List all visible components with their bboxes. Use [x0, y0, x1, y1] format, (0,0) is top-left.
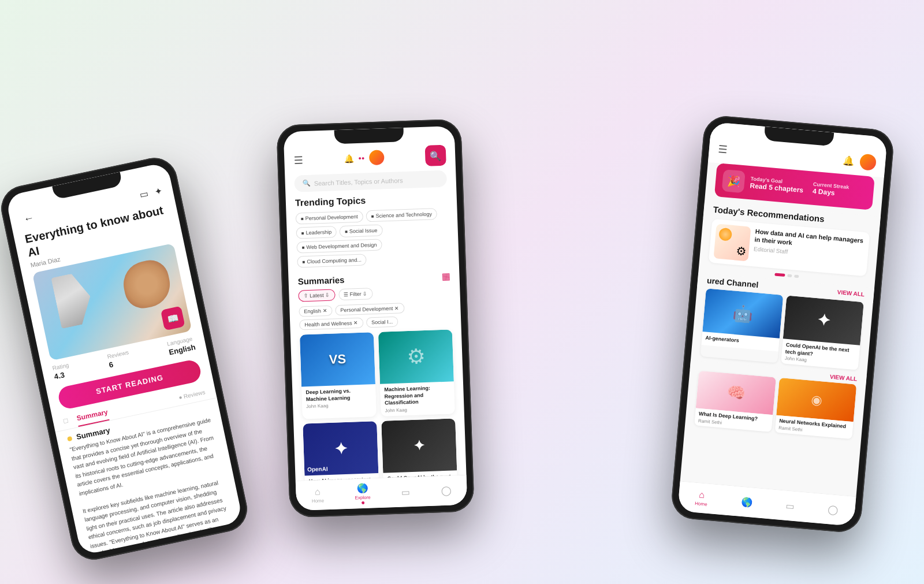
af-personal-dev[interactable]: Personal Development ✕ [335, 303, 404, 315]
phone-right: ☰ 🔔 🎉 Today's Goal Read 5 chapters Curre… [670, 114, 895, 534]
read-icon-btn[interactable]: 📖 [161, 306, 185, 331]
feat2-card-2[interactable]: ◉ Neural Networks Explained Ramit Sethi [775, 378, 857, 439]
bnav-explore-label: Explore [355, 494, 370, 500]
phone-left: ← ▭ ✦ Everything to know about AI Maria … [0, 154, 251, 564]
share-icon[interactable]: ✦ [154, 185, 163, 197]
reviews-meta: Reviews 6 [107, 349, 132, 370]
feat2-card-1[interactable]: 🧠 What Is Deep Learning? Ramit Sethi [694, 371, 776, 432]
vs-badge: VS [329, 352, 346, 367]
bell-icon-mid[interactable]: 🔔 [344, 154, 354, 163]
dot-3[interactable] [794, 274, 799, 278]
avatar-mid[interactable] [369, 150, 385, 165]
person-head [718, 228, 732, 241]
phone-middle: ☰ 🔔 ●● 🔍 🔍 Search Titles, Topics or Auth… [276, 119, 475, 518]
openai-logo-4: ✦ [413, 437, 425, 454]
book-card-info-2: Machine Learning: Regression and Classif… [380, 381, 455, 416]
view-all-1[interactable]: VIEW ALL [837, 289, 865, 297]
book-card-img-4: ✦ [381, 418, 457, 473]
feat-card-2[interactable]: ✦ Could OpenAI be the next tech giant? J… [781, 295, 864, 370]
chip-social[interactable]: ■Social Issue [340, 224, 383, 237]
search-placeholder-mid: Search Titles, Topics or Authors [314, 177, 403, 187]
goal-info: Today's Goal Read 5 chapters Current Str… [750, 176, 867, 200]
bookmark-icon-right: ▭ [785, 500, 795, 512]
gear-shape-2: ⚙ [407, 344, 426, 369]
tab-bookmark[interactable]: □ [63, 416, 70, 430]
bottom-nav-mid: ⌂ Home 🌎 Explore ▭ ◯ [296, 475, 468, 511]
home-icon-mid: ⌂ [315, 487, 321, 497]
summary-dot [67, 436, 72, 441]
phone-left-screen: ← ▭ ✦ Everything to know about AI Maria … [5, 162, 243, 556]
rnav-bookmarks[interactable]: ▭ [785, 500, 795, 512]
feat-img-2: ✦ [783, 295, 864, 345]
back-button[interactable]: ← [19, 209, 38, 228]
book-card-title-1: Deep Learning vs. Machine Learning [305, 387, 372, 403]
bookmark-icon[interactable]: ▭ [139, 188, 150, 200]
rating-value: 4.3 [53, 370, 65, 381]
bnav-profile[interactable]: ◯ [441, 485, 452, 497]
profile-icon-right: ◯ [828, 504, 839, 515]
header-icons: ▭ ✦ [139, 185, 163, 200]
filter-latest[interactable]: ⇧ Latest ⇩ [298, 289, 335, 302]
book-card-info-1: Deep Learning vs. Machine Learning John … [301, 384, 376, 412]
rec-img-1: ⚙ [713, 224, 751, 261]
feat2-img-2: ◉ [776, 378, 856, 422]
search-icon-mid: 🔍 [303, 180, 311, 187]
feat-card-1[interactable]: 🤖 AI-generators [701, 288, 784, 363]
bnav-bookmarks[interactable]: ▭ [401, 486, 411, 498]
chip-science[interactable]: ■Science and Technology [366, 208, 437, 222]
chip-icon-1: ■ [301, 216, 304, 221]
active-dot [362, 501, 364, 504]
chip-icon-5: ■ [301, 245, 304, 250]
avatar-right[interactable] [859, 154, 877, 171]
topic-chips: ■Personal Development ■Science and Techn… [286, 207, 459, 268]
book-card-author-2: John Kaag [385, 406, 450, 414]
dot-1[interactable] [774, 273, 785, 277]
bookmark-icon-mid: ▭ [401, 486, 411, 498]
af-social[interactable]: Social I... [366, 317, 398, 328]
chip-cloud[interactable]: ■Cloud Computing and... [297, 254, 367, 267]
af-health[interactable]: Health and Wellness ✕ [299, 318, 363, 330]
feat-img-1: 🤖 [702, 288, 783, 338]
filter-filter[interactable]: ☰ Filter ⇩ [338, 288, 373, 300]
rating-label: Rating [52, 362, 70, 371]
menu-icon[interactable]: ☰ [293, 154, 303, 167]
language-meta: Language English [166, 335, 196, 357]
bell-icon-right[interactable]: 🔔 [842, 155, 855, 167]
goal-col-streak: Current Streak 4 Days [812, 181, 849, 198]
chip-personal-dev[interactable]: ■Personal Development [296, 211, 364, 225]
search-button-mid[interactable]: 🔍 [425, 145, 446, 166]
chip-webdev[interactable]: ■Web Development and Design [296, 239, 382, 254]
rnav-home[interactable]: ⌂ Home [695, 489, 709, 507]
notification-dot: ●● [358, 155, 364, 161]
bnav-home[interactable]: ⌂ Home [311, 486, 324, 504]
bottom-nav-right: ⌂ Home 🌎 ▭ ◯ [677, 481, 856, 526]
explore-icon-mid: 🌎 [356, 483, 368, 494]
goal-col-today: Today's Goal Read 5 chapters [750, 176, 804, 194]
gear-illustration: ⚙ [736, 244, 747, 259]
menu-icon-right[interactable]: ☰ [718, 143, 728, 156]
book-card-2[interactable]: ⚙ Machine Learning: Regression and Class… [378, 329, 455, 416]
book-card-1[interactable]: VS Deep Learning vs. Machine Learning Jo… [300, 332, 377, 419]
chip-leadership[interactable]: ■Leadership [296, 226, 337, 239]
openai-text-3: OpenAI [307, 466, 328, 473]
openai-logo-right: ✦ [816, 310, 831, 330]
book-card-img-3: ✦ OpenAI [303, 421, 378, 475]
right-header-icons: 🔔 [842, 152, 877, 171]
scene: ← ▭ ✦ Everything to know about AI Maria … [0, 0, 924, 584]
rnav-profile[interactable]: ◯ [828, 504, 839, 515]
chip-icon-6: ■ [302, 259, 305, 265]
bnav-explore[interactable]: 🌎 Explore [355, 482, 371, 504]
reviews-value: 6 [108, 360, 114, 369]
rnav-globe[interactable]: 🌎 [740, 496, 753, 508]
grid-icon[interactable]: ▦ [441, 270, 450, 282]
dot-2[interactable] [787, 274, 792, 277]
bnav-home-label: Home [312, 498, 325, 504]
mid-header-right: 🔔 ●● [344, 150, 385, 166]
goal-icon: 🎉 [722, 169, 746, 193]
book-card-img-1: VS [300, 332, 375, 386]
globe-icon-right: 🌎 [740, 496, 753, 508]
home-icon-right: ⌂ [699, 490, 705, 501]
book-card-author-1: John Kaag [306, 402, 372, 410]
view-all-2[interactable]: VIEW ALL [829, 374, 857, 382]
af-english[interactable]: English ✕ [299, 306, 333, 317]
